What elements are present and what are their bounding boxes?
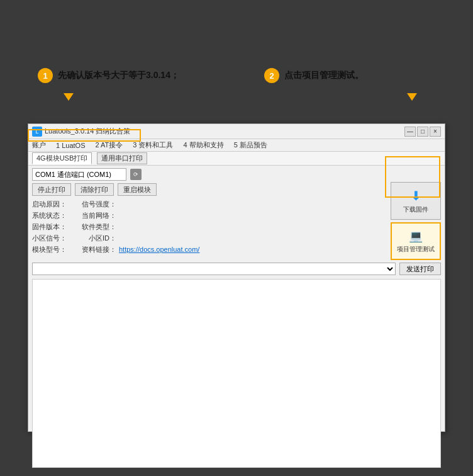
info-cell-signal: 小区信号： xyxy=(32,232,69,244)
clear-print-button[interactable]: 清除打印 xyxy=(75,183,114,196)
menu-bar: 账户 1 LuatOS 2 AT接令 3 资料和工具 4 帮助和支持 5 新品预… xyxy=(28,139,445,152)
step-2-circle: 2 xyxy=(264,68,279,83)
log-area xyxy=(32,279,441,468)
arrow-1 xyxy=(64,93,74,101)
menu-resources[interactable]: 3 资料和工具 xyxy=(131,140,174,150)
download-firmware-button[interactable]: ⬇ 下载固件 xyxy=(391,182,441,220)
menu-luatos[interactable]: 1 LuatOS xyxy=(55,142,86,149)
print-buttons-row: 停止打印 清除打印 重启模块 xyxy=(32,183,384,196)
step-1-annotation: 1 先确认版本号大于等于3.0.14； xyxy=(38,68,179,83)
maximize-button[interactable]: □ xyxy=(417,127,428,137)
info-grid: 启动原因： 系统状态： 固件版本： 小区信号： xyxy=(32,198,384,255)
menu-at[interactable]: 2 AT接令 xyxy=(94,140,124,150)
content-section: ⟳ 停止打印 清除打印 重启模块 启动原因： xyxy=(28,166,445,278)
info-left-col: 启动原因： 系统状态： 固件版本： 小区信号： xyxy=(32,198,69,255)
app-icon: L xyxy=(32,127,42,137)
download-label: 下载固件 xyxy=(403,205,428,214)
info-signal-strength: 信号强度： xyxy=(82,198,199,210)
window-title: Luatools_3.0.14 归纳比合策 xyxy=(45,127,130,136)
project-label: 项目管理测试 xyxy=(397,245,435,254)
info-right-col: 信号强度： 当前网络： 软件类型： 小区ID： xyxy=(82,198,199,255)
close-button[interactable]: × xyxy=(430,127,441,137)
main-window: L Luatools_3.0.14 归纳比合策 — □ × 账户 1 LuatO… xyxy=(28,123,445,432)
port-input[interactable] xyxy=(32,168,126,181)
project-manage-button[interactable]: 💻 项目管理测试 xyxy=(391,222,441,260)
send-row: 发送打印 xyxy=(32,263,441,275)
info-sys-status: 系统状态： xyxy=(32,210,69,221)
minimize-button[interactable]: — xyxy=(404,127,416,137)
menu-account[interactable]: 账户 xyxy=(31,140,47,150)
send-print-button[interactable]: 发送打印 xyxy=(399,263,441,275)
action-buttons-section: ⬇ 下载固件 💻 项目管理测试 xyxy=(391,182,441,260)
port-refresh-icon[interactable]: ⟳ xyxy=(130,169,142,180)
tab-serial-print[interactable]: 通用串口打印 xyxy=(97,152,147,164)
title-controls: — □ × xyxy=(404,127,441,137)
step-2-annotation: 2 点击项目管理测试。 xyxy=(264,68,364,83)
step-1-text: 先确认版本号大于等于3.0.14； xyxy=(58,70,179,81)
send-select[interactable] xyxy=(32,263,396,275)
title-bar-left: L Luatools_3.0.14 归纳比合策 xyxy=(32,127,130,137)
docs-link[interactable]: https://docs.openluat.com/ xyxy=(119,246,199,253)
info-boot-reason: 启动原因： xyxy=(32,198,69,210)
arrow-2 xyxy=(407,93,417,101)
info-cell-id: 小区ID： xyxy=(82,232,199,244)
toolbar: 4G模块USB打印 通用串口打印 xyxy=(28,152,445,166)
info-current-network: 当前网络： xyxy=(82,210,199,221)
step-1-circle: 1 xyxy=(38,68,53,83)
tab-usb-print[interactable]: 4G模块USB打印 xyxy=(32,152,92,164)
info-module-model: 模块型号： xyxy=(32,244,69,255)
title-bar: L Luatools_3.0.14 归纳比合策 — □ × xyxy=(28,124,445,139)
info-firmware-ver: 固件版本： xyxy=(32,221,69,232)
restart-module-button[interactable]: 重启模块 xyxy=(118,183,157,196)
left-section: 停止打印 清除打印 重启模块 启动原因： 系统状态： xyxy=(32,182,384,255)
info-docs-link: 资料链接： https://docs.openluat.com/ xyxy=(82,244,199,255)
menu-help[interactable]: 4 帮助和支持 xyxy=(182,140,225,150)
info-software-type: 软件类型： xyxy=(82,221,199,232)
main-content-row: 停止打印 清除打印 重启模块 启动原因： 系统状态： xyxy=(32,182,441,260)
step-2-text: 点击项目管理测试。 xyxy=(284,70,364,81)
stop-print-button[interactable]: 停止打印 xyxy=(32,183,71,196)
project-icon: 💻 xyxy=(409,229,423,243)
port-row: ⟳ xyxy=(32,168,441,181)
menu-new[interactable]: 5 新品预告 xyxy=(233,140,269,150)
download-icon: ⬇ xyxy=(411,188,421,203)
